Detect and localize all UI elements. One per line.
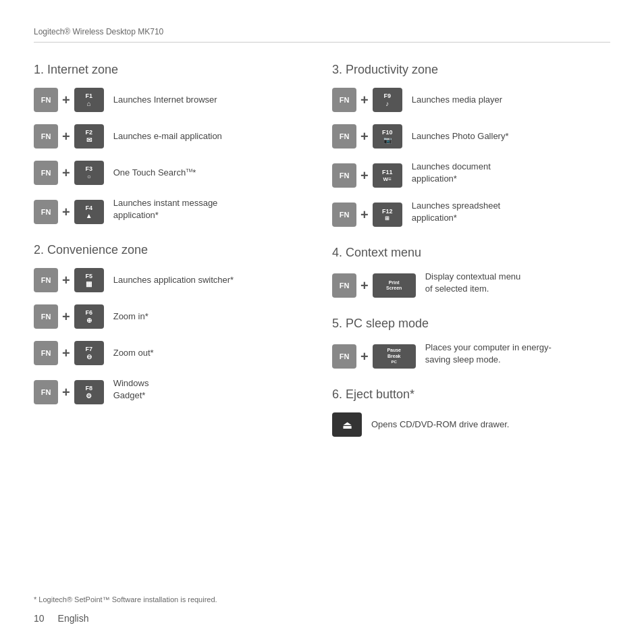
key-combo-f6: FN + F6 ⊕: [34, 304, 104, 329]
key-row-pause: FN + PauseBreakPC Places your computer i…: [332, 342, 610, 369]
section-context: 4. Context menu FN + PrintScreen Display…: [332, 246, 610, 298]
eject-key: ⏏: [332, 412, 362, 437]
desc-eject: Opens CD/DVD-ROM drive drawer.: [371, 419, 509, 431]
desc-f11: Launches documentapplication*: [412, 161, 491, 185]
section-eject-title: 6. Eject button*: [332, 387, 610, 402]
desc-f10: Launches Photo Gallery*: [412, 130, 509, 142]
page-number: 10: [34, 613, 45, 624]
right-column: 3. Productivity zone FN + F9 ♪ Launches …: [332, 63, 610, 456]
key-row-f2: FN + F2 ✉ Launches e-mail application: [34, 124, 312, 149]
fkey-f4: F4 ▲: [74, 200, 104, 224]
key-combo-f8: FN + F8 ⚙: [34, 380, 104, 404]
key-row-f11: FN + F11 W≡ Launches documentapplication…: [332, 161, 610, 188]
desc-f4: Launches instant messageapplication*: [113, 197, 218, 221]
fn-key-f7: FN: [34, 341, 58, 365]
key-combo-prtsc: FN + PrintScreen: [332, 273, 416, 298]
section-internet: 1. Internet zone FN + F1 ⌂ Launches Inte…: [34, 63, 312, 224]
fn-key-f2: FN: [34, 124, 58, 149]
key-combo-f2: FN + F2 ✉: [34, 124, 104, 149]
fn-key-f8: FN: [34, 380, 58, 404]
desc-f7: Zoom out*: [113, 347, 154, 359]
key-combo-f12: FN + F12 ⊞: [332, 203, 402, 227]
key-row-eject: ⏏ Opens CD/DVD-ROM drive drawer.: [332, 412, 610, 437]
key-combo-f7: FN + F7 ⊖: [34, 341, 104, 365]
section-sleep-title: 5. PC sleep mode: [332, 317, 610, 331]
key-combo-f1: FN + F1 ⌂: [34, 88, 104, 112]
plus-f9: +: [360, 93, 369, 107]
desc-f2: Launches e-mail application: [113, 130, 222, 142]
fn-key-f4: FN: [34, 200, 58, 224]
plus-f2: +: [62, 130, 70, 143]
fkey-f6: F6 ⊕: [74, 304, 104, 329]
page: Logitech® Wireless Desktop MK710 1. Inte…: [0, 0, 644, 644]
plus-f1: +: [62, 93, 70, 107]
fn-key-f6: FN: [34, 304, 58, 329]
left-column: 1. Internet zone FN + F1 ⌂ Launches Inte…: [34, 63, 312, 456]
plus-f10: +: [360, 130, 369, 143]
key-combo-f5: FN + F5 ▦: [34, 268, 104, 292]
section-context-title: 4. Context menu: [332, 246, 610, 260]
plus-f8: +: [62, 385, 70, 399]
key-combo-f10: FN + F10 📷: [332, 124, 402, 149]
key-combo-f4: FN + F4 ▲: [34, 200, 104, 224]
eject-icon: ⏏: [342, 419, 352, 431]
fkey-f5: F5 ▦: [74, 268, 104, 292]
fkey-f1: F1 ⌂: [74, 88, 104, 112]
footer-page: 10 English: [34, 613, 89, 624]
section-convenience: 2. Convenience zone FN + F5 ▦ Launches a…: [34, 243, 312, 404]
fn-key-f5: FN: [34, 268, 58, 292]
header-title: Logitech® Wireless Desktop MK710: [34, 27, 163, 36]
section-convenience-title: 2. Convenience zone: [34, 243, 312, 257]
section-productivity: 3. Productivity zone FN + F9 ♪ Launches …: [332, 63, 610, 227]
desc-f1: Launches Internet browser: [113, 94, 217, 106]
main-content: 1. Internet zone FN + F1 ⌂ Launches Inte…: [34, 63, 610, 456]
key-combo-f3: FN + F3 ○: [34, 161, 104, 185]
plus-f6: +: [62, 310, 70, 323]
key-row-f10: FN + F10 📷 Launches Photo Gallery*: [332, 124, 610, 149]
desc-prtsc: Display contextual menuof selected item.: [425, 271, 521, 295]
plus-f11: +: [360, 169, 369, 182]
page-language: English: [58, 613, 89, 624]
fn-key-f10: FN: [332, 124, 356, 149]
key-row-f1: FN + F1 ⌂ Launches Internet browser: [34, 88, 312, 112]
footer-note-text: * Logitech® SetPoint™ Software installat…: [34, 595, 217, 603]
section-productivity-title: 3. Productivity zone: [332, 63, 610, 77]
desc-f3: One Touch SearchTM*: [113, 167, 196, 179]
key-row-f3: FN + F3 ○ One Touch SearchTM*: [34, 161, 312, 185]
fkey-f2: F2 ✉: [74, 124, 104, 149]
plus-f4: +: [62, 205, 70, 219]
desc-f12: Launches spreadsheetapplication*: [412, 200, 501, 224]
fkey-f10: F10 📷: [373, 124, 402, 149]
fn-key-f9: FN: [332, 88, 356, 112]
key-row-f8: FN + F8 ⚙ WindowsGadget*: [34, 377, 312, 404]
fkey-f7: F7 ⊖: [74, 341, 104, 365]
plus-f3: +: [62, 166, 70, 180]
fn-key-f3: FN: [34, 161, 58, 185]
footer-note: * Logitech® SetPoint™ Software installat…: [34, 595, 217, 603]
fkey-prtsc: PrintScreen: [373, 273, 416, 298]
plus-f12: +: [360, 208, 369, 221]
fn-key-f11: FN: [332, 163, 356, 188]
plus-f5: +: [62, 273, 70, 287]
desc-f5: Launches application switcher*: [113, 274, 234, 286]
key-row-f7: FN + F7 ⊖ Zoom out*: [34, 341, 312, 365]
desc-f6: Zoom in*: [113, 311, 149, 323]
key-row-f9: FN + F9 ♪ Launches media player: [332, 88, 610, 112]
key-row-prtsc: FN + PrintScreen Display contextual menu…: [332, 271, 610, 298]
fn-key-f12: FN: [332, 203, 356, 227]
plus-pause: +: [360, 350, 369, 363]
key-combo-pause: FN + PauseBreakPC: [332, 344, 416, 369]
header: Logitech® Wireless Desktop MK710: [34, 27, 610, 43]
fkey-pause: PauseBreakPC: [373, 344, 416, 369]
fkey-f9: F9 ♪: [373, 88, 402, 112]
section-eject: 6. Eject button* ⏏ Opens CD/DVD-ROM driv…: [332, 387, 610, 437]
desc-f8: WindowsGadget*: [113, 377, 149, 402]
fn-key-f1: FN: [34, 88, 58, 112]
section-sleep: 5. PC sleep mode FN + PauseBreakPC Place…: [332, 317, 610, 369]
plus-prtsc: +: [360, 279, 369, 292]
key-row-f12: FN + F12 ⊞ Launches spreadsheetapplicati…: [332, 200, 610, 227]
desc-pause: Places your computer in energy-saving sl…: [425, 342, 552, 366]
fkey-f3: F3 ○: [74, 161, 104, 185]
key-combo-f9: FN + F9 ♪: [332, 88, 402, 112]
plus-f7: +: [62, 346, 70, 360]
